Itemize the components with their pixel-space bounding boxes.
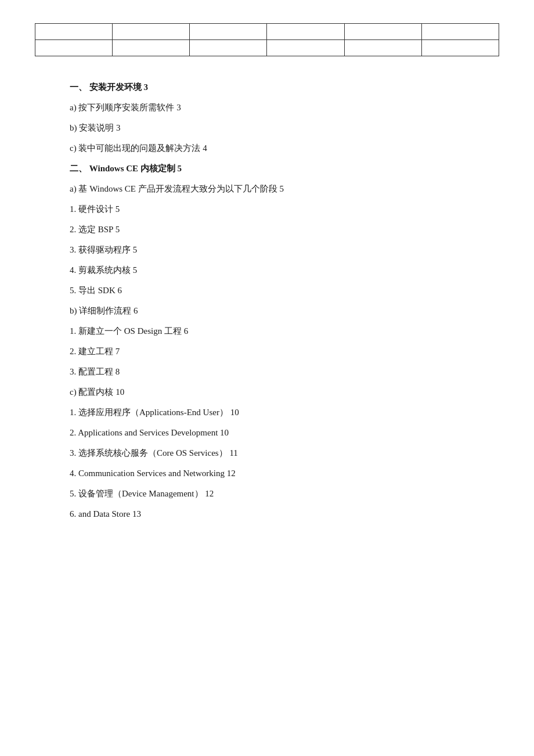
table-cell — [421, 24, 499, 40]
toc-item-9: 3. 获得驱动程序 5 — [70, 242, 499, 258]
toc-item-12: b) 详细制作流程 6 — [70, 303, 499, 319]
toc-item-14: 2. 建立工程 7 — [70, 344, 499, 359]
toc-item-4: c) 装中可能出现的问题及解决方法 4 — [70, 141, 499, 156]
toc-area: 一、 安装开发环境 3a) 按下列顺序安装所需软件 3b) 安装说明 3c) 装… — [35, 74, 499, 522]
toc-item-19: 3. 选择系统核心服务（Core OS Services） 11 — [70, 445, 499, 461]
toc-item-20: 4. Communication Services and Networking… — [70, 466, 499, 481]
table-row — [35, 24, 499, 40]
toc-item-2: a) 按下列顺序安装所需软件 3 — [70, 100, 499, 116]
toc-item-6: a) 基 Windows CE 产品开发流程大致分为以下几个阶段 5 — [70, 181, 499, 197]
table-cell — [113, 24, 190, 40]
table-cell — [267, 40, 344, 56]
toc-item-7: 1. 硬件设计 5 — [70, 201, 499, 217]
toc-item-21: 5. 设备管理（Device Management） 12 — [70, 486, 499, 502]
table-cell — [344, 40, 421, 56]
table-cell — [113, 40, 190, 56]
table-row — [35, 40, 499, 56]
toc-item-18: 2. Applications and Services Development… — [70, 425, 499, 441]
header-table — [35, 23, 499, 56]
table-cell — [190, 24, 267, 40]
toc-item-1: 一、 安装开发环境 3 — [70, 80, 499, 95]
toc-item-8: 2. 选定 BSP 5 — [70, 222, 499, 237]
toc-item-15: 3. 配置工程 8 — [70, 364, 499, 380]
toc-item-22: 6. and Data Store 13 — [70, 506, 499, 522]
toc-item-10: 4. 剪裁系统内核 5 — [70, 262, 499, 278]
toc-item-17: 1. 选择应用程序（Applications-End User） 10 — [70, 405, 499, 420]
toc-item-13: 1. 新建立一个 OS Design 工程 6 — [70, 323, 499, 339]
table-cell — [267, 24, 344, 40]
toc-item-3: b) 安装说明 3 — [70, 120, 499, 136]
toc-item-5: 二、 Windows CE 内核定制 5 — [70, 161, 499, 177]
top-table — [35, 23, 499, 56]
table-cell — [35, 40, 113, 56]
table-cell — [35, 24, 113, 40]
table-cell — [190, 40, 267, 56]
table-cell — [421, 40, 499, 56]
table-cell — [344, 24, 421, 40]
toc-item-16: c) 配置内核 10 — [70, 384, 499, 400]
toc-item-11: 5. 导出 SDK 6 — [70, 283, 499, 298]
